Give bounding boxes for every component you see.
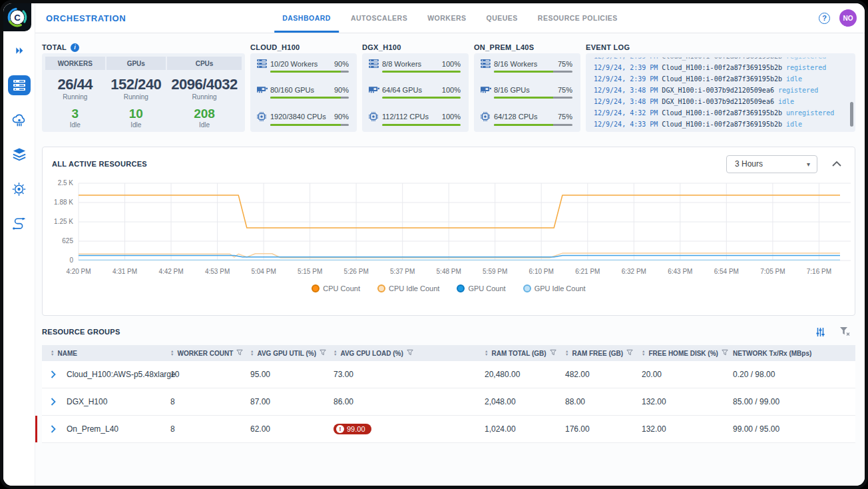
column-header-ram-total-gb[interactable]: ▲▼ RAM TOTAL (GB) — [481, 349, 561, 357]
sort-icon[interactable]: ▲▼ — [51, 350, 54, 356]
running-label: Running — [63, 93, 87, 101]
event-log-scrollbar[interactable] — [850, 102, 853, 127]
resource-metric: 112/112 CPUs 100% — [369, 112, 461, 126]
column-header-network-tx-rx-mbps[interactable]: NETWORK Tx/Rx (MBps) — [729, 350, 855, 357]
column-header-avg-cpu-load[interactable]: ▲▼ AVG CPU LOAD (%) — [329, 349, 481, 357]
event-log-panel: EVENT LOG 12/9/24, 2:39 PM Cloud_H100:i-… — [586, 41, 855, 132]
sort-icon[interactable]: ▲▼ — [333, 350, 337, 356]
metric-progress-bar — [382, 71, 461, 73]
applications-icon[interactable] — [8, 179, 31, 199]
network-cell: 85.00 / 99.00 — [729, 397, 855, 406]
legend-label: GPU Count — [468, 284, 505, 292]
svg-text:625: 625 — [62, 237, 73, 244]
resource-metric: 64/64 GPUs 100% — [369, 86, 461, 99]
main-content: TOTAL i WORKERS 26/44 Running 3 Idle GPU… — [35, 33, 865, 486]
event-time: 12/9/24, 4:33 PM — [594, 121, 658, 128]
resource-metric: 10/20 Workers 90% — [257, 59, 349, 73]
pipelines-icon[interactable] — [8, 214, 31, 234]
sort-icon[interactable]: ▲▼ — [485, 350, 488, 356]
resource-card-title: DGX_H100 — [362, 43, 401, 51]
time-range-dropdown[interactable]: 3 Hours ▾ — [726, 155, 817, 173]
event-status: registered — [778, 87, 818, 94]
metric-percent: 100% — [442, 86, 461, 94]
resource-groups-title: RESOURCE GROUPS — [42, 328, 120, 336]
resource-card-on-prem-l40s: ON_PREM_L40S 8/16 Workers 75% 8/16 GPUs … — [474, 41, 580, 132]
resources-chart: 06251.25 K1.88 K2.5 K4:20 PM4:31 PM4:42 … — [52, 178, 845, 280]
tab-workers[interactable]: WORKERS — [427, 3, 466, 33]
filter-funnel-icon[interactable] — [722, 349, 728, 357]
table-row-cloud-h100-aws-p5-48xlarge[interactable]: Cloud_H100:AWS-p5.48xlarge 10 95.00 73.0… — [42, 361, 855, 388]
clear-filters-icon[interactable] — [840, 327, 850, 336]
avg-gpu-util-cell: 62.00 — [246, 424, 329, 434]
filter-funnel-icon[interactable] — [626, 349, 633, 357]
tab-dashboard[interactable]: DASHBOARD — [282, 3, 331, 33]
sort-icon[interactable]: ▲▼ — [250, 350, 254, 356]
worker-count-cell: 8 — [166, 397, 246, 406]
total-column-workers: WORKERS 26/44 Running 3 Idle — [45, 57, 105, 129]
ram-free-cell: 176.00 — [561, 424, 638, 434]
column-header-name[interactable]: ▲▼ NAME — [42, 350, 166, 357]
metric-percent: 75% — [558, 60, 572, 68]
metric-label: 80/160 GPUs — [270, 86, 334, 94]
expand-row-icon[interactable] — [51, 398, 56, 406]
sidebar: C — [3, 3, 35, 486]
table-row-dgx-h100[interactable]: DGX_H100 8 87.00 86.00 2,048.00 88.00 13… — [42, 388, 855, 416]
metric-percent: 75% — [558, 113, 572, 121]
metric-percent: 100% — [442, 60, 461, 68]
resource-card-cloud-h100: CLOUD_H100 10/20 Workers 90% 80/160 GPUs… — [250, 41, 357, 132]
sort-icon[interactable]: ▲▼ — [642, 350, 645, 356]
table-row-on-prem-l40[interactable]: On_Prem_L40 8 62.00 !99.00 1,024.00 176.… — [42, 416, 855, 443]
filter-funnel-icon[interactable] — [407, 349, 413, 357]
table-header-row: ▲▼ NAME ▲▼ WORKER COUNT ▲▼ AVG GPU UTIL … — [42, 345, 855, 361]
clearml-logo[interactable]: C — [3, 3, 31, 31]
column-header-worker-count[interactable]: ▲▼ WORKER COUNT — [166, 349, 246, 357]
event-message: Cloud_H100:i-00f2a87f369195b2b — [662, 109, 782, 117]
collapse-panel-button[interactable] — [832, 161, 841, 167]
column-header-avg-gpu-util[interactable]: ▲▼ AVG GPU UTIL (%) — [246, 349, 329, 357]
column-settings-icon[interactable] — [815, 327, 825, 337]
legend-dot — [312, 284, 320, 292]
help-icon[interactable]: ? — [819, 13, 830, 24]
column-header-free-home-disk[interactable]: ▲▼ FREE HOME DISK (%) — [638, 349, 729, 357]
expand-sidebar-icon[interactable] — [8, 41, 31, 61]
layers-icon[interactable] — [8, 145, 31, 165]
metric-percent: 90% — [334, 113, 349, 121]
filter-funnel-icon[interactable] — [550, 349, 556, 357]
legend-item-gpu-count[interactable]: GPU Count — [457, 284, 505, 292]
workers-queues-icon[interactable] — [8, 75, 31, 95]
chevron-up-icon — [832, 161, 841, 167]
avg-cpu-load-cell: 86.00 — [329, 397, 481, 406]
expand-row-icon[interactable] — [51, 425, 56, 433]
svg-text:5:04 PM: 5:04 PM — [251, 268, 276, 275]
legend-item-cpu-count[interactable]: CPU Count — [312, 284, 360, 292]
resource-metric: 1920/3840 CPUs 90% — [257, 112, 349, 126]
avatar[interactable]: NO — [839, 9, 857, 27]
autoscalers-icon[interactable] — [8, 110, 31, 130]
total-column-gpus: GPUs 152/240 Running 10 Idle — [107, 57, 166, 129]
total-column-header: CPUs — [167, 57, 242, 70]
tab-queues[interactable]: QUEUES — [487, 3, 518, 33]
tab-resource-policies[interactable]: RESOURCE POLICIES — [538, 3, 618, 33]
svg-text:6:10 PM: 6:10 PM — [529, 268, 554, 275]
info-icon[interactable]: i — [71, 43, 79, 52]
svg-text:6:32 PM: 6:32 PM — [622, 268, 646, 275]
column-header-ram-free-gb[interactable]: ▲▼ RAM FREE (GB) — [561, 349, 638, 357]
metric-progress-bar — [270, 97, 349, 99]
resource-groups-panel: RESOURCE GROUPS ▲▼ NAME ▲▼ WORKER COUNT … — [42, 325, 855, 443]
filter-funnel-icon[interactable] — [320, 349, 326, 357]
idle-label: Idle — [130, 121, 141, 129]
event-message: Cloud_H100:i-00f2a87f369195b2b — [662, 57, 782, 60]
logo-icon: C — [6, 6, 29, 29]
legend-item-gpu-idle-count[interactable]: GPU Idle Count — [523, 284, 586, 292]
metric-progress-bar — [270, 124, 349, 126]
svg-text:4:42 PM: 4:42 PM — [158, 268, 183, 275]
filter-funnel-icon[interactable] — [236, 349, 243, 357]
tab-autoscalers[interactable]: AUTOSCALERS — [351, 3, 407, 33]
legend-dot — [457, 284, 465, 292]
group-name: DGX_H100 — [67, 397, 107, 406]
svg-text:0: 0 — [69, 256, 73, 264]
sort-icon[interactable]: ▲▼ — [565, 350, 568, 356]
legend-item-cpu-idle-count[interactable]: CPU Idle Count — [377, 284, 439, 292]
sort-icon[interactable]: ▲▼ — [170, 350, 174, 356]
expand-row-icon[interactable] — [51, 370, 56, 378]
